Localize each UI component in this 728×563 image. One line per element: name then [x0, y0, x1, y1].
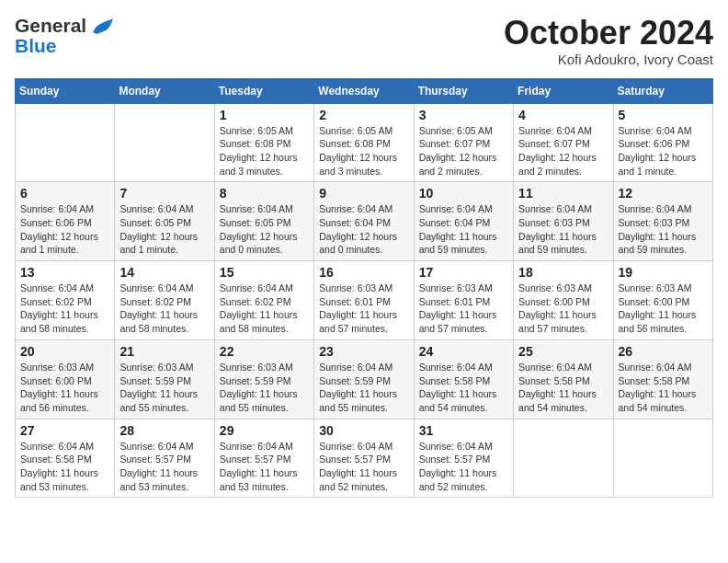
calendar-cell: 21Sunrise: 6:03 AM Sunset: 5:59 PM Dayli… — [115, 339, 214, 419]
day-info: Sunrise: 6:04 AM Sunset: 5:58 PM Dayligh… — [518, 361, 608, 415]
day-info: Sunrise: 6:03 AM Sunset: 5:59 PM Dayligh… — [220, 361, 309, 415]
day-number: 18 — [518, 265, 608, 280]
day-info: Sunrise: 6:04 AM Sunset: 6:06 PM Dayligh… — [619, 124, 708, 178]
calendar-week-row-5: 27Sunrise: 6:04 AM Sunset: 5:58 PM Dayli… — [16, 419, 713, 498]
calendar-cell — [514, 419, 613, 498]
day-number: 5 — [619, 108, 708, 122]
day-number: 28 — [119, 423, 209, 438]
day-info: Sunrise: 6:05 AM Sunset: 6:07 PM Dayligh… — [419, 124, 508, 178]
day-number: 6 — [20, 186, 109, 201]
calendar-cell: 12Sunrise: 6:04 AM Sunset: 6:03 PM Dayli… — [613, 182, 712, 261]
calendar-week-row-4: 20Sunrise: 6:03 AM Sunset: 6:00 PM Dayli… — [16, 339, 713, 419]
day-number: 11 — [518, 186, 608, 201]
day-info: Sunrise: 6:04 AM Sunset: 5:57 PM Dayligh… — [319, 440, 408, 494]
logo-blue-text: Blue — [15, 35, 57, 57]
calendar-cell: 29Sunrise: 6:04 AM Sunset: 5:57 PM Dayli… — [214, 419, 313, 498]
page-header: General Blue October 2024 Kofi Adoukro, … — [15, 15, 713, 67]
day-info: Sunrise: 6:04 AM Sunset: 6:04 PM Dayligh… — [419, 202, 508, 257]
day-number: 25 — [518, 344, 608, 359]
day-info: Sunrise: 6:03 AM Sunset: 6:00 PM Dayligh… — [619, 282, 708, 336]
calendar-cell: 9Sunrise: 6:04 AM Sunset: 6:04 PM Daylig… — [314, 182, 414, 261]
calendar-table: SundayMondayTuesdayWednesdayThursdayFrid… — [15, 78, 713, 499]
day-number: 23 — [319, 344, 408, 359]
day-info: Sunrise: 6:04 AM Sunset: 5:58 PM Dayligh… — [619, 361, 708, 415]
calendar-cell: 24Sunrise: 6:04 AM Sunset: 5:58 PM Dayli… — [414, 339, 513, 419]
day-info: Sunrise: 6:03 AM Sunset: 6:01 PM Dayligh… — [419, 282, 508, 336]
calendar-cell: 25Sunrise: 6:04 AM Sunset: 5:58 PM Dayli… — [514, 339, 613, 419]
day-number: 12 — [619, 186, 708, 201]
day-info: Sunrise: 6:05 AM Sunset: 6:08 PM Dayligh… — [220, 124, 309, 178]
day-number: 26 — [619, 344, 708, 359]
day-info: Sunrise: 6:04 AM Sunset: 6:06 PM Dayligh… — [20, 202, 109, 257]
calendar-cell — [16, 103, 115, 182]
calendar-cell — [613, 419, 712, 498]
day-number: 22 — [220, 344, 309, 359]
day-number: 7 — [119, 186, 209, 201]
day-info: Sunrise: 6:04 AM Sunset: 6:04 PM Dayligh… — [319, 202, 408, 257]
calendar-cell: 6Sunrise: 6:04 AM Sunset: 6:06 PM Daylig… — [16, 182, 115, 261]
calendar-cell: 14Sunrise: 6:04 AM Sunset: 6:02 PM Dayli… — [115, 261, 214, 340]
calendar-cell: 23Sunrise: 6:04 AM Sunset: 5:59 PM Dayli… — [314, 339, 414, 419]
calendar-cell: 19Sunrise: 6:03 AM Sunset: 6:00 PM Dayli… — [613, 261, 712, 340]
calendar-cell: 3Sunrise: 6:05 AM Sunset: 6:07 PM Daylig… — [414, 103, 513, 182]
calendar-cell: 5Sunrise: 6:04 AM Sunset: 6:06 PM Daylig… — [613, 103, 712, 182]
day-number: 29 — [220, 423, 309, 438]
day-info: Sunrise: 6:04 AM Sunset: 5:58 PM Dayligh… — [419, 361, 508, 415]
day-info: Sunrise: 6:03 AM Sunset: 6:00 PM Dayligh… — [518, 282, 608, 336]
location-title: Kofi Adoukro, Ivory Coast — [504, 52, 713, 67]
calendar-cell: 18Sunrise: 6:03 AM Sunset: 6:00 PM Dayli… — [514, 261, 613, 340]
weekday-header-tuesday: Tuesday — [214, 78, 313, 103]
weekday-header-saturday: Saturday — [613, 78, 712, 103]
day-number: 1 — [220, 108, 309, 122]
weekday-header-wednesday: Wednesday — [314, 78, 414, 103]
calendar-week-row-2: 6Sunrise: 6:04 AM Sunset: 6:06 PM Daylig… — [16, 182, 713, 261]
day-info: Sunrise: 6:04 AM Sunset: 6:07 PM Dayligh… — [518, 124, 608, 178]
day-number: 21 — [119, 344, 209, 359]
calendar-cell: 2Sunrise: 6:05 AM Sunset: 6:08 PM Daylig… — [314, 103, 414, 182]
calendar-cell: 27Sunrise: 6:04 AM Sunset: 5:58 PM Dayli… — [16, 419, 115, 498]
calendar-week-row-1: 1Sunrise: 6:05 AM Sunset: 6:08 PM Daylig… — [16, 103, 713, 182]
weekday-header-thursday: Thursday — [414, 78, 513, 103]
month-title: October 2024 — [504, 15, 713, 52]
calendar-cell: 16Sunrise: 6:03 AM Sunset: 6:01 PM Dayli… — [314, 261, 414, 340]
calendar-cell: 30Sunrise: 6:04 AM Sunset: 5:57 PM Dayli… — [314, 419, 414, 498]
calendar-cell: 13Sunrise: 6:04 AM Sunset: 6:02 PM Dayli… — [16, 261, 115, 340]
weekday-header-monday: Monday — [115, 78, 214, 103]
day-number: 4 — [518, 108, 608, 122]
calendar-cell: 10Sunrise: 6:04 AM Sunset: 6:04 PM Dayli… — [414, 182, 513, 261]
day-number: 24 — [419, 344, 508, 359]
logo: General Blue — [15, 15, 115, 57]
day-number: 19 — [619, 265, 708, 280]
day-info: Sunrise: 6:04 AM Sunset: 6:02 PM Dayligh… — [20, 282, 109, 336]
day-info: Sunrise: 6:04 AM Sunset: 6:03 PM Dayligh… — [518, 202, 608, 257]
calendar-cell: 31Sunrise: 6:04 AM Sunset: 5:57 PM Dayli… — [414, 419, 513, 498]
weekday-header-friday: Friday — [514, 78, 613, 103]
day-number: 31 — [419, 423, 508, 438]
day-info: Sunrise: 6:04 AM Sunset: 5:57 PM Dayligh… — [119, 440, 209, 494]
day-info: Sunrise: 6:04 AM Sunset: 6:02 PM Dayligh… — [220, 282, 309, 336]
day-number: 8 — [220, 186, 309, 201]
calendar-week-row-3: 13Sunrise: 6:04 AM Sunset: 6:02 PM Dayli… — [16, 261, 713, 340]
calendar-cell: 1Sunrise: 6:05 AM Sunset: 6:08 PM Daylig… — [214, 103, 313, 182]
calendar-cell: 8Sunrise: 6:04 AM Sunset: 6:05 PM Daylig… — [214, 182, 313, 261]
day-info: Sunrise: 6:03 AM Sunset: 6:01 PM Dayligh… — [319, 282, 408, 336]
calendar-cell: 15Sunrise: 6:04 AM Sunset: 6:02 PM Dayli… — [214, 261, 313, 340]
weekday-header-row: SundayMondayTuesdayWednesdayThursdayFrid… — [16, 78, 713, 103]
day-info: Sunrise: 6:05 AM Sunset: 6:08 PM Dayligh… — [319, 124, 408, 178]
day-number: 30 — [319, 423, 408, 438]
calendar-cell: 4Sunrise: 6:04 AM Sunset: 6:07 PM Daylig… — [514, 103, 613, 182]
day-number: 10 — [419, 186, 508, 201]
weekday-header-sunday: Sunday — [16, 78, 115, 103]
logo-bird-icon — [89, 16, 115, 36]
day-number: 9 — [319, 186, 408, 201]
calendar-cell: 20Sunrise: 6:03 AM Sunset: 6:00 PM Dayli… — [16, 339, 115, 419]
day-info: Sunrise: 6:04 AM Sunset: 5:59 PM Dayligh… — [319, 361, 408, 415]
day-number: 3 — [419, 108, 508, 122]
calendar-cell: 17Sunrise: 6:03 AM Sunset: 6:01 PM Dayli… — [414, 261, 513, 340]
day-number: 15 — [220, 265, 309, 280]
day-info: Sunrise: 6:03 AM Sunset: 6:00 PM Dayligh… — [20, 361, 109, 415]
day-info: Sunrise: 6:04 AM Sunset: 6:05 PM Dayligh… — [119, 202, 209, 257]
calendar-cell: 22Sunrise: 6:03 AM Sunset: 5:59 PM Dayli… — [214, 339, 313, 419]
day-info: Sunrise: 6:04 AM Sunset: 5:57 PM Dayligh… — [419, 440, 508, 494]
day-info: Sunrise: 6:04 AM Sunset: 6:02 PM Dayligh… — [119, 282, 209, 336]
